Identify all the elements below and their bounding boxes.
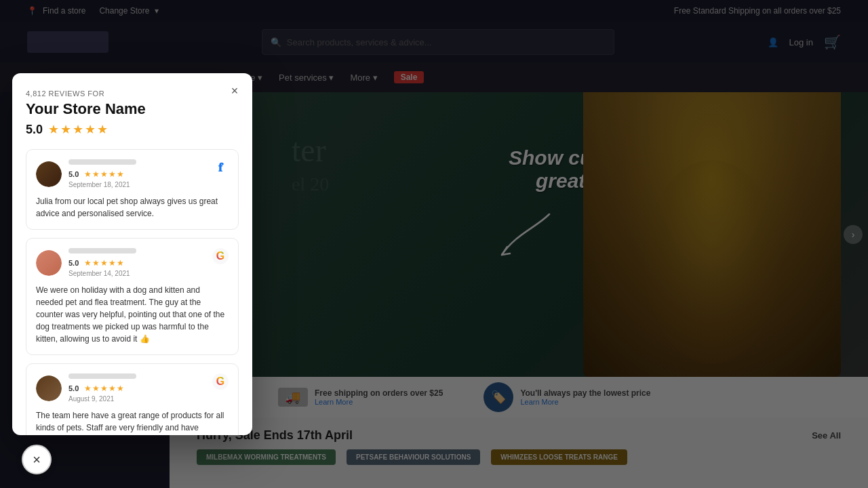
reviewer-name-placeholder: [68, 248, 136, 253]
review-header: 5.0 ★★★★★ September 14, 2021 G: [36, 248, 229, 277]
review-card: 5.0 ★★★★★ September 18, 2021 𝐟 Julia fro…: [26, 149, 239, 230]
reviews-modal: × 4,812 REVIEWS FOR Your Store Name 5.0 …: [12, 73, 252, 435]
avatar-image: [36, 161, 62, 187]
review-header: 5.0 ★★★★★ September 18, 2021 𝐟: [36, 159, 229, 188]
review-rating-num: 5.0: [68, 259, 79, 267]
review-rating-line: 5.0 ★★★★★: [68, 256, 136, 268]
review-rating-num: 5.0: [68, 170, 79, 178]
google-icon: G: [216, 250, 224, 262]
overall-stars: ★★★★★: [48, 122, 109, 137]
reviewer-info: 5.0 ★★★★★ September 18, 2021: [68, 159, 136, 188]
reviewer-info: 5.0 ★★★★★ September 14, 2021: [68, 248, 136, 277]
avatar: [36, 375, 62, 401]
review-stars: ★★★★★: [84, 169, 125, 179]
reviewer-left: 5.0 ★★★★★ September 14, 2021: [36, 248, 136, 277]
avatar-image: [36, 250, 62, 276]
google-icon: G: [216, 375, 224, 388]
facebook-icon: 𝐟: [218, 161, 222, 175]
reviewer-left: 5.0 ★★★★★ September 18, 2021: [36, 159, 136, 188]
review-stars: ★★★★★: [84, 258, 125, 268]
facebook-source-icon: 𝐟: [212, 159, 229, 176]
reviewer-info: 5.0 ★★★★★ August 9, 2021: [68, 373, 136, 403]
google-source-icon: G: [212, 248, 229, 264]
review-text: Julia from our local pet shop always giv…: [36, 195, 229, 220]
review-stars: ★★★★★: [84, 384, 125, 393]
reviewer-name-placeholder: [68, 373, 136, 379]
modal-close-button[interactable]: ×: [226, 83, 243, 99]
reviewer-name-placeholder: [68, 159, 136, 165]
review-rating-line: 5.0 ★★★★★: [68, 382, 136, 394]
review-card: 5.0 ★★★★★ September 14, 2021 G We were o…: [26, 238, 239, 355]
avatar-image: [36, 375, 62, 401]
avatar: [36, 250, 62, 276]
review-date: September 18, 2021: [68, 181, 136, 188]
review-text: The team here have a great range of prod…: [36, 409, 229, 435]
review-list: 5.0 ★★★★★ September 18, 2021 𝐟 Julia fro…: [26, 149, 239, 435]
review-text: We were on holiday with a dog and kitten…: [36, 284, 229, 345]
reviews-count-label: 4,812 REVIEWS FOR: [26, 89, 239, 98]
reviewer-left: 5.0 ★★★★★ August 9, 2021: [36, 373, 136, 403]
rating-row: 5.0 ★★★★★: [26, 122, 239, 137]
review-card: 5.0 ★★★★★ August 9, 2021 G The team here…: [26, 363, 239, 435]
review-rating-num: 5.0: [68, 384, 79, 392]
overall-rating: 5.0: [26, 123, 43, 137]
review-header: 5.0 ★★★★★ August 9, 2021 G: [36, 373, 229, 403]
bottom-close-button[interactable]: ×: [22, 445, 52, 474]
review-rating-line: 5.0 ★★★★★: [68, 167, 136, 180]
store-name: Your Store Name: [26, 100, 239, 118]
review-date: September 14, 2021: [68, 270, 136, 277]
avatar: [36, 161, 62, 187]
google-source-icon-2: G: [212, 373, 229, 390]
review-date: August 9, 2021: [68, 395, 136, 403]
